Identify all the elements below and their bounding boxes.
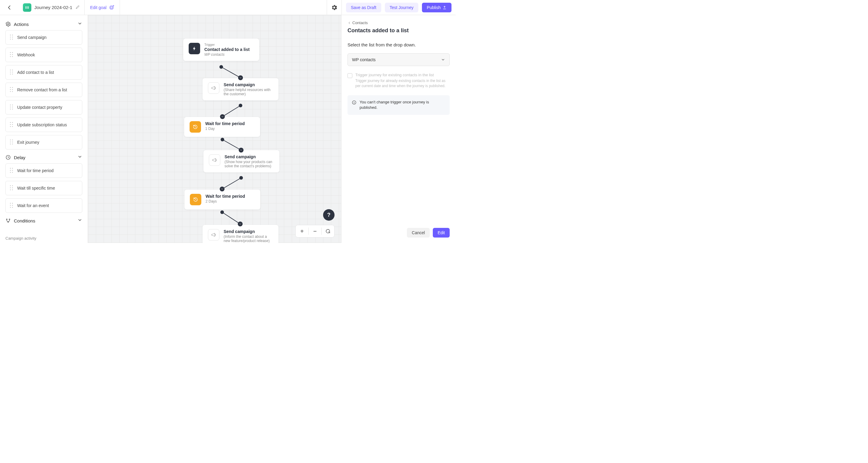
connector-expand[interactable] xyxy=(238,75,243,80)
chevron-down-icon xyxy=(78,154,82,159)
journey-canvas[interactable]: TriggerContact added to a listWP contact… xyxy=(88,15,341,243)
action-item[interactable]: Add contact to a list xyxy=(5,65,82,80)
svg-line-20 xyxy=(222,212,240,224)
panel-instruction: Select the list from the drop down. xyxy=(347,42,450,47)
branch-icon xyxy=(5,218,11,223)
grip-icon xyxy=(9,52,13,58)
upload-icon xyxy=(442,5,447,10)
right-panel: Contacts Contacts added to a list Select… xyxy=(341,15,456,243)
chevron-left-icon xyxy=(347,21,351,25)
settings-button[interactable] xyxy=(327,0,342,15)
grip-icon xyxy=(9,139,13,146)
journey-title: Journey 2024-02-1 xyxy=(34,5,72,10)
zoom-in-button[interactable]: + xyxy=(296,225,308,237)
connector-expand[interactable] xyxy=(220,114,225,119)
history-icon xyxy=(190,194,201,205)
publish-label: Publish xyxy=(427,5,441,10)
action-item[interactable]: Exit journey xyxy=(5,135,82,150)
connector-dot xyxy=(239,104,242,107)
sidebar-section-conditions[interactable]: Conditions xyxy=(5,216,82,227)
checkbox-help: Trigger journey for already existing con… xyxy=(355,79,450,89)
megaphone-icon xyxy=(209,154,220,166)
canvas-node-action[interactable]: Send campaign(Inform the contact about a… xyxy=(203,225,278,243)
grip-icon xyxy=(9,104,13,111)
canvas-node-action[interactable]: Send campaign(Share helpful resources wi… xyxy=(203,78,278,100)
edit-goal-label: Edit goal xyxy=(90,5,106,10)
action-item[interactable]: Send campaign xyxy=(5,30,82,44)
publish-button[interactable]: Publish xyxy=(422,3,452,12)
svg-line-16 xyxy=(221,67,241,78)
canvas-node-action[interactable]: Send campaign(Show how your products can… xyxy=(204,150,279,173)
target-icon xyxy=(109,5,114,10)
help-button[interactable]: ? xyxy=(323,209,335,221)
connector-dot xyxy=(220,210,224,214)
connector-dot xyxy=(221,138,224,142)
action-item[interactable]: Remove contact from a list xyxy=(5,83,82,97)
info-icon xyxy=(352,100,356,105)
panel-title: Contacts added to a list xyxy=(347,27,450,34)
rename-icon[interactable] xyxy=(75,4,80,10)
gear-icon xyxy=(331,4,337,10)
chevron-down-icon xyxy=(78,218,82,222)
back-button[interactable] xyxy=(0,0,19,15)
canvas-node-delay[interactable]: Wait for time period1 Day xyxy=(184,117,260,137)
app-logo xyxy=(23,3,31,12)
cancel-button[interactable]: Cancel xyxy=(407,228,430,238)
sidebar-footer: Campaign activity xyxy=(5,234,82,241)
svg-line-19 xyxy=(222,178,241,189)
info-callout: You can't change trigger once journey is… xyxy=(347,95,450,115)
grip-icon xyxy=(9,87,13,93)
delay-item[interactable]: Wait for an event xyxy=(5,198,82,213)
zoom-controls: + − xyxy=(296,225,335,238)
test-journey-button[interactable]: Test Journey xyxy=(385,3,418,12)
action-item[interactable]: Webhook xyxy=(5,48,82,62)
edit-button[interactable]: Edit xyxy=(433,228,450,238)
save-draft-button[interactable]: Save as Draft xyxy=(346,3,381,12)
connector-expand[interactable] xyxy=(238,221,243,226)
megaphone-icon xyxy=(208,82,219,94)
connector-dot xyxy=(219,65,223,69)
svg-rect-13 xyxy=(26,6,26,9)
checkbox-label: Trigger journey for existing contacts in… xyxy=(355,73,450,77)
svg-rect-14 xyxy=(27,6,27,9)
existing-contacts-checkbox[interactable] xyxy=(347,73,352,78)
zoom-out-button[interactable]: − xyxy=(309,225,321,237)
edit-goal-button[interactable]: Edit goal xyxy=(85,0,120,15)
svg-line-18 xyxy=(222,140,241,150)
action-item[interactable]: Update subscription status xyxy=(5,118,82,132)
delay-item[interactable]: Wait till specific time xyxy=(5,181,82,195)
grip-icon xyxy=(9,167,13,174)
journey-title-segment: Journey 2024-02-1 xyxy=(19,0,85,15)
grip-icon xyxy=(9,203,13,209)
sidebar: Actions Send campaignWebhookAdd contact … xyxy=(0,15,88,243)
chevron-down-icon xyxy=(441,58,445,62)
clock-icon xyxy=(5,155,11,160)
sidebar-section-delay[interactable]: Delay xyxy=(5,153,82,163)
connector-expand[interactable] xyxy=(239,148,244,153)
grip-icon xyxy=(9,185,13,191)
action-item[interactable]: Update contact property xyxy=(5,100,82,115)
list-select[interactable]: WP contacts xyxy=(347,53,450,66)
sidebar-section-actions[interactable]: Actions xyxy=(5,19,82,30)
svg-line-17 xyxy=(222,105,241,117)
grip-icon xyxy=(9,122,13,128)
megaphone-icon xyxy=(208,229,219,241)
grip-icon xyxy=(9,69,13,76)
chevron-down-icon xyxy=(78,21,82,26)
connector-expand[interactable] xyxy=(220,187,224,191)
delay-item[interactable]: Wait for time period xyxy=(5,163,82,178)
canvas-node-delay[interactable]: Wait for time period2 Days xyxy=(184,190,260,210)
grip-icon xyxy=(9,34,13,41)
svg-rect-15 xyxy=(28,6,29,9)
gear-icon xyxy=(5,22,11,27)
history-icon xyxy=(190,121,201,133)
canvas-node-trigger[interactable]: TriggerContact added to a listWP contact… xyxy=(183,38,259,61)
existing-contacts-checkbox-row: Trigger journey for existing contacts in… xyxy=(347,73,450,89)
bolt-icon xyxy=(189,43,200,54)
connector-dot xyxy=(239,176,243,180)
zoom-reset-button[interactable] xyxy=(321,225,334,237)
breadcrumb-back[interactable]: Contacts xyxy=(347,21,450,25)
topbar: Journey 2024-02-1 Edit goal Save as Draf… xyxy=(0,0,456,15)
list-select-value: WP contacts xyxy=(352,57,375,62)
